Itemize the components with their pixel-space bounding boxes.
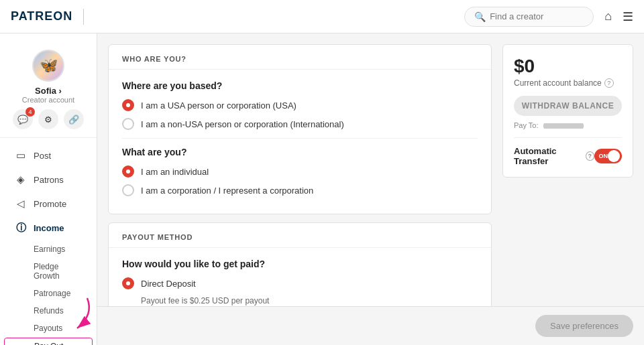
sidebar-item-post-label: Post xyxy=(34,151,51,161)
balance-amount: $0 xyxy=(514,56,622,77)
sidebar-sub-patronage[interactable]: Patronage xyxy=(4,285,93,301)
sidebar-sub-refunds[interactable]: Refunds xyxy=(4,303,93,319)
sidebar-role: Creator account xyxy=(22,96,74,104)
layout: 🦋 Sofia › Creator account 💬 4 ⚙ 🔗 ▭ Post… xyxy=(0,33,644,345)
share-icon[interactable]: 🔗 xyxy=(64,109,84,129)
radio-usa-label: I am a USA person or corporation (USA) xyxy=(141,100,297,111)
who-are-you-title: WHO ARE YOU? xyxy=(122,55,186,63)
search-bar[interactable]: 🔍 xyxy=(464,7,594,27)
sidebar-item-patrons[interactable]: ◈ Patrons xyxy=(4,168,93,191)
sidebar-item-income[interactable]: ⓘ Income xyxy=(4,216,93,240)
settings-icon[interactable]: ⚙ xyxy=(38,109,58,129)
pay-to-row: Pay To: xyxy=(514,121,622,129)
menu-icon: ☰ xyxy=(623,9,633,24)
menu-button[interactable]: ☰ xyxy=(623,9,633,24)
auto-transfer-toggle[interactable]: ON xyxy=(594,149,623,163)
logo-text: PATREON xyxy=(11,9,72,23)
radio-direct-deposit-circle xyxy=(122,277,134,289)
sidebar-item-promote-label: Promote xyxy=(34,199,66,209)
sidebar-item-income-label: Income xyxy=(34,223,64,233)
radio-individual-circle xyxy=(122,165,134,178)
sidebar-sub-payouts[interactable]: Payouts xyxy=(4,320,93,336)
balance-label: Current account balance ? xyxy=(514,78,622,88)
sidebar-action-icons: 💬 4 ⚙ 🔗 xyxy=(13,109,84,129)
who-are-you-body: Where are you based? I am a USA person o… xyxy=(109,70,491,214)
logo-divider xyxy=(83,9,84,25)
payout-method-title: PAYOUT METHOD xyxy=(122,233,193,241)
sidebar: 🦋 Sofia › Creator account 💬 4 ⚙ 🔗 ▭ Post… xyxy=(0,33,97,345)
payout-method-header: PAYOUT METHOD xyxy=(109,223,491,248)
balance-card: $0 Current account balance ? WITHDRAW BA… xyxy=(502,44,633,178)
auto-transfer-help-icon[interactable]: ? xyxy=(586,151,594,161)
right-panel: $0 Current account balance ? WITHDRAW BA… xyxy=(502,44,633,334)
sidebar-profile: 🦋 Sofia › Creator account 💬 4 ⚙ 🔗 xyxy=(0,44,97,138)
income-icon: ⓘ xyxy=(15,222,27,234)
radio-international-label: I am a non-USA person or corporation (In… xyxy=(141,119,344,129)
auto-transfer-label: Automatic Transfer ? xyxy=(514,146,594,166)
radio-corporation-circle xyxy=(122,184,134,196)
withdraw-balance-button: WITHDRAW BALANCE xyxy=(514,96,622,116)
radio-direct-deposit-label: Direct Deposit xyxy=(141,279,196,289)
auto-transfer-row: Automatic Transfer ? ON xyxy=(514,146,622,166)
sidebar-sub-pledge-growth[interactable]: Pledge Growth xyxy=(4,259,93,284)
toggle-on-label: ON xyxy=(599,153,608,159)
radio-usa[interactable]: I am a USA person or corporation (USA) xyxy=(122,99,478,111)
sidebar-item-patrons-label: Patrons xyxy=(34,175,64,185)
sidebar-username[interactable]: Sofia › xyxy=(35,86,62,96)
toggle-knob xyxy=(608,150,620,162)
fee-text: Payout fee is $0.25 USD per payout xyxy=(141,296,478,305)
username-arrow: › xyxy=(59,86,62,96)
main-content: WHO ARE YOU? Where are you based? I am a… xyxy=(97,33,644,345)
nav-icons: ⌂ ☰ xyxy=(604,9,633,24)
who-are-you-header: WHO ARE YOU? xyxy=(109,45,491,70)
post-icon: ▭ xyxy=(15,149,27,161)
radio-individual-label: I am an individual xyxy=(141,167,209,177)
search-input[interactable] xyxy=(490,11,584,21)
sidebar-item-post[interactable]: ▭ Post xyxy=(4,144,93,167)
home-icon: ⌂ xyxy=(604,9,612,23)
radio-usa-circle xyxy=(122,99,134,111)
what-are-you-label: What are you? xyxy=(122,147,478,157)
radio-international-circle xyxy=(122,118,134,130)
save-preferences-button: Save preferences xyxy=(535,315,633,337)
messages-badge: 4 xyxy=(25,107,35,117)
sidebar-sub-earnings[interactable]: Earnings xyxy=(4,241,93,257)
radio-corporation[interactable]: I am a corporation / I represent a corpo… xyxy=(122,184,478,196)
logo: PATREON xyxy=(11,9,84,25)
sidebar-item-promote[interactable]: ◁ Promote xyxy=(4,192,93,215)
radio-international[interactable]: I am a non-USA person or corporation (In… xyxy=(122,118,478,130)
sidebar-sub-pay-out-balance[interactable]: Pay Out Balance xyxy=(4,338,93,345)
divider-line xyxy=(514,137,622,138)
who-are-you-card: WHO ARE YOU? Where are you based? I am a… xyxy=(108,44,492,214)
radio-direct-deposit[interactable]: Direct Deposit xyxy=(122,277,478,289)
patrons-icon: ◈ xyxy=(15,174,27,186)
where-based-label: Where are you based? xyxy=(122,80,478,91)
search-icon: 🔍 xyxy=(474,11,486,22)
home-button[interactable]: ⌂ xyxy=(604,9,612,23)
radio-individual[interactable]: I am an individual xyxy=(122,165,478,178)
section-divider-1 xyxy=(122,138,478,139)
top-nav: PATREON 🔍 ⌂ ☰ xyxy=(0,0,644,33)
avatar: 🦋 xyxy=(32,50,64,82)
promote-icon: ◁ xyxy=(15,198,27,210)
pay-to-label: Pay To: xyxy=(514,121,539,129)
balance-help-icon[interactable]: ? xyxy=(604,78,614,88)
save-preferences-bar: Save preferences xyxy=(97,306,644,345)
center-panel: WHO ARE YOU? Where are you based? I am a… xyxy=(108,44,492,334)
how-get-paid-label: How would you like to get paid? xyxy=(122,259,478,269)
radio-corporation-label: I am a corporation / I represent a corpo… xyxy=(141,186,313,196)
pay-to-masked xyxy=(543,123,584,129)
messages-icon[interactable]: 💬 4 xyxy=(13,109,33,129)
